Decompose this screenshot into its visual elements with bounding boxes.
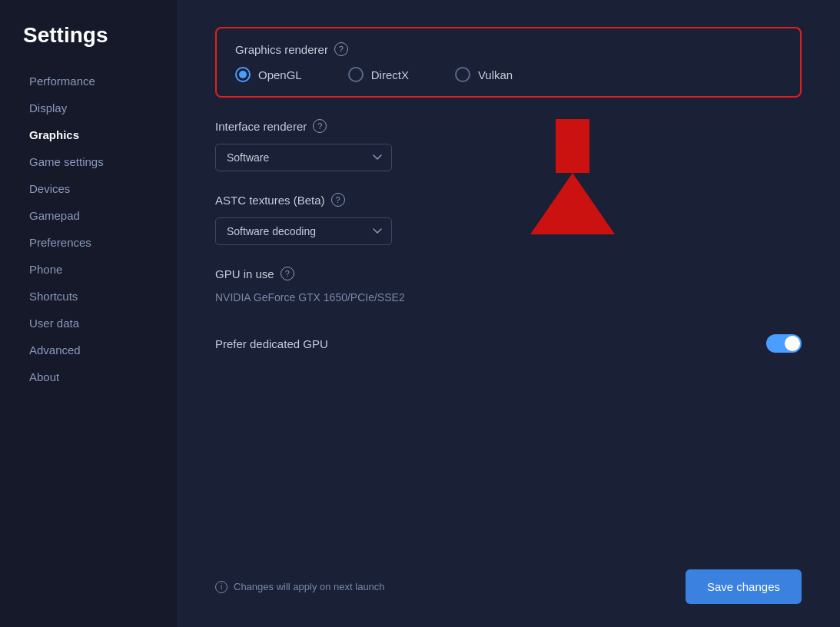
renderer-option-vulkan[interactable]: Vulkan [455,67,513,82]
radio-directx-circle[interactable] [348,67,364,82]
astc-textures-select[interactable]: Software decoding Hardware decoding [215,217,392,245]
interface-renderer-label: Interface renderer ? [215,119,802,133]
radio-opengl-label: OpenGL [258,68,302,81]
gpu-in-use-group: GPU in use ? NVIDIA GeForce GTX 1650/PCI… [215,267,802,304]
interface-renderer-group: Interface renderer ? Software OpenGL Dir… [215,119,802,171]
gpu-value: NVIDIA GeForce GTX 1650/PCIe/SSE2 [215,291,802,304]
sidebar-item-user-data[interactable]: User data [23,311,154,335]
prefer-dedicated-gpu-row: Prefer dedicated GPU [215,325,802,362]
footer-note-text: Changes will apply on next launch [234,581,385,592]
app-title: Settings [23,23,154,48]
footer-note: i Changes will apply on next launch [215,581,385,593]
sidebar-item-devices[interactable]: Devices [23,177,154,201]
interface-renderer-text: Interface renderer [215,120,307,133]
sidebar-nav: PerformanceDisplayGraphicsGame settingsD… [23,69,154,389]
save-button[interactable]: Save changes [686,569,802,604]
renderer-option-directx[interactable]: DirectX [348,67,409,82]
gpu-in-use-text: GPU in use [215,267,274,280]
sidebar-item-graphics[interactable]: Graphics [23,123,154,147]
settings-panel: Graphics renderer ? OpenGL DirectX Vulka… [215,27,802,554]
astc-textures-label: ASTC textures (Beta) ? [215,193,802,207]
graphics-renderer-text: Graphics renderer [235,43,328,56]
sidebar-item-about[interactable]: About [23,365,154,389]
sidebar-item-shortcuts[interactable]: Shortcuts [23,284,154,308]
astc-textures-group: ASTC textures (Beta) ? Software decoding… [215,193,802,245]
prefer-dedicated-gpu-toggle[interactable] [766,334,802,353]
sidebar-item-performance[interactable]: Performance [23,69,154,93]
radio-vulkan-circle[interactable] [455,67,470,82]
renderer-option-opengl[interactable]: OpenGL [235,67,302,82]
prefer-dedicated-gpu-label: Prefer dedicated GPU [215,337,328,350]
sidebar-item-display[interactable]: Display [23,96,154,120]
radio-opengl-circle[interactable] [235,67,251,82]
graphics-renderer-label: Graphics renderer ? [235,42,782,56]
astc-textures-help-icon[interactable]: ? [331,193,345,207]
sidebar-item-game-settings[interactable]: Game settings [23,150,154,174]
footer-note-icon: i [215,581,227,593]
sidebar-item-gamepad[interactable]: Gamepad [23,204,154,227]
radio-vulkan-label: Vulkan [478,68,513,81]
renderer-radio-group: OpenGL DirectX Vulkan [235,67,782,82]
sidebar-item-preferences[interactable]: Preferences [23,231,154,254]
interface-renderer-help-icon[interactable]: ? [313,119,327,133]
radio-directx-label: DirectX [371,68,409,81]
sidebar: Settings PerformanceDisplayGraphicsGame … [0,0,177,627]
astc-textures-text: ASTC textures (Beta) [215,194,325,207]
interface-renderer-select[interactable]: Software OpenGL DirectX [215,144,392,171]
sidebar-item-phone[interactable]: Phone [23,257,154,281]
gpu-in-use-help-icon[interactable]: ? [281,267,294,280]
graphics-renderer-help-icon[interactable]: ? [334,42,348,56]
graphics-renderer-box: Graphics renderer ? OpenGL DirectX Vulka… [215,27,802,98]
footer: i Changes will apply on next launch Save… [215,554,802,627]
app-container: Settings PerformanceDisplayGraphicsGame … [0,0,840,627]
sidebar-item-advanced[interactable]: Advanced [23,338,154,362]
gpu-in-use-label: GPU in use ? [215,267,802,280]
main-content: Graphics renderer ? OpenGL DirectX Vulka… [177,0,840,627]
